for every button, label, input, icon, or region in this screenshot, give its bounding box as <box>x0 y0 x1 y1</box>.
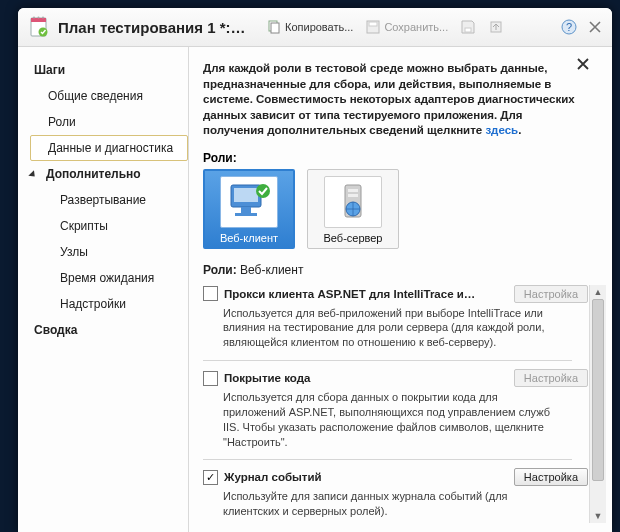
export-button[interactable] <box>484 17 508 37</box>
role-label-web-server: Веб-сервер <box>324 232 383 244</box>
scroll-up-icon[interactable]: ▲ <box>590 285 606 299</box>
diag-desc-event-log: Используйте для записи данных журнала со… <box>223 489 553 519</box>
sidebar-item-scripts[interactable]: Скрипты <box>30 213 188 239</box>
titlebar: План тестирования 1 *: т… Копировать... … <box>18 8 612 47</box>
copy-icon <box>266 19 282 35</box>
sidebar-item-hosts[interactable]: Узлы <box>30 239 188 265</box>
diag-item-event-log: Журнал событий Настройка Используйте для… <box>203 468 588 519</box>
svg-rect-1 <box>31 18 46 22</box>
intro-text: Для каждой роли в тестовой среде можно в… <box>203 61 606 139</box>
sidebar-item-addins[interactable]: Надстройки <box>30 291 188 317</box>
checkbox-aspnet-proxy[interactable] <box>203 286 218 301</box>
sidebar-group-steps[interactable]: Шаги <box>30 57 188 83</box>
svg-rect-20 <box>348 189 358 192</box>
disk-icon <box>460 19 476 35</box>
notepad-icon <box>28 15 50 39</box>
diagnostics-scroll: Прокси клиента ASP.NET для IntelliTrace … <box>203 285 606 523</box>
copy-label: Копировать... <box>285 21 353 33</box>
sidebar-item-general[interactable]: Общие сведения <box>30 83 188 109</box>
checkbox-event-log[interactable] <box>203 470 218 485</box>
sidebar-item-deployment[interactable]: Развертывание <box>30 187 188 213</box>
diag-desc-code-coverage: Используется для сбора данных о покрытии… <box>223 390 553 449</box>
toolbar: Копировать... Сохранить... <box>262 17 508 37</box>
roles-row: Веб-клиент Веб-сервер <box>203 169 606 249</box>
svg-point-4 <box>42 17 44 19</box>
sidebar-item-roles[interactable]: Роли <box>30 109 188 135</box>
save-icon <box>365 19 381 35</box>
intro-text-part2: . <box>518 124 521 136</box>
selected-role-header: Роли: Веб-клиент <box>203 263 606 277</box>
sidebar-group-advanced[interactable]: Дополнительно <box>30 161 188 187</box>
separator <box>203 459 572 460</box>
diag-title-aspnet-proxy: Прокси клиента ASP.NET для IntelliTrace … <box>224 288 508 300</box>
web-client-icon <box>220 176 278 228</box>
sidebar-group-summary[interactable]: Сводка <box>30 317 188 343</box>
copy-button[interactable]: Копировать... <box>262 17 357 37</box>
svg-point-2 <box>33 17 35 19</box>
diagnostics-list: Прокси клиента ASP.NET для IntelliTrace … <box>203 285 606 520</box>
role-label-web-client: Веб-клиент <box>220 232 278 244</box>
config-button-event-log[interactable]: Настройка <box>514 468 588 486</box>
svg-point-3 <box>38 17 40 19</box>
svg-rect-7 <box>271 23 279 33</box>
save-label: Сохранить... <box>384 21 448 33</box>
sidebar: Шаги Общие сведения Роли Данные и диагно… <box>18 47 188 532</box>
svg-rect-15 <box>234 188 258 202</box>
config-button-code-coverage[interactable]: Настройка <box>514 369 588 387</box>
export-icon <box>488 19 504 35</box>
checkbox-code-coverage[interactable] <box>203 371 218 386</box>
diag-desc-aspnet-proxy: Используется для веб-приложений при выбо… <box>223 306 553 351</box>
svg-rect-17 <box>235 213 257 216</box>
svg-point-18 <box>256 184 270 198</box>
svg-text:?: ? <box>566 21 572 33</box>
sidebar-item-timeouts[interactable]: Время ожидания <box>30 265 188 291</box>
role-tile-web-server[interactable]: Веб-сервер <box>307 169 399 249</box>
intro-close-button[interactable] <box>576 57 592 73</box>
content: Для каждой роли в тестовой среде можно в… <box>188 47 612 532</box>
help-button[interactable]: ? <box>560 18 578 36</box>
save-disk-button[interactable] <box>456 17 480 37</box>
separator <box>203 360 572 361</box>
window-title: План тестирования 1 *: т… <box>58 19 248 36</box>
config-button-aspnet-proxy[interactable]: Настройка <box>514 285 588 303</box>
diag-title-code-coverage: Покрытие кода <box>224 372 508 384</box>
role-tile-web-client[interactable]: Веб-клиент <box>203 169 295 249</box>
diag-item-aspnet-proxy: Прокси клиента ASP.NET для IntelliTrace … <box>203 285 588 351</box>
svg-rect-21 <box>348 194 358 197</box>
body: Шаги Общие сведения Роли Данные и диагно… <box>18 47 612 532</box>
scroll-down-icon[interactable]: ▼ <box>590 509 606 523</box>
web-server-icon <box>324 176 382 228</box>
settings-window: План тестирования 1 *: т… Копировать... … <box>18 8 612 532</box>
diag-title-event-log: Журнал событий <box>224 471 508 483</box>
intro-link[interactable]: здесь <box>485 124 518 136</box>
roles-label: Роли: <box>203 151 606 165</box>
svg-rect-10 <box>465 28 471 32</box>
scroll-thumb[interactable] <box>592 299 604 481</box>
diag-item-code-coverage: Покрытие кода Настройка Используется для… <box>203 369 588 449</box>
save-button[interactable]: Сохранить... <box>361 17 452 37</box>
selected-role-name: Веб-клиент <box>240 263 303 277</box>
close-button[interactable] <box>586 18 604 36</box>
sidebar-item-data-diagnostics[interactable]: Данные и диагностика <box>30 135 188 161</box>
svg-rect-9 <box>369 22 377 26</box>
vertical-scrollbar[interactable]: ▲ ▼ <box>589 285 606 523</box>
selected-role-prefix: Роли: <box>203 263 237 277</box>
svg-rect-16 <box>241 207 251 213</box>
